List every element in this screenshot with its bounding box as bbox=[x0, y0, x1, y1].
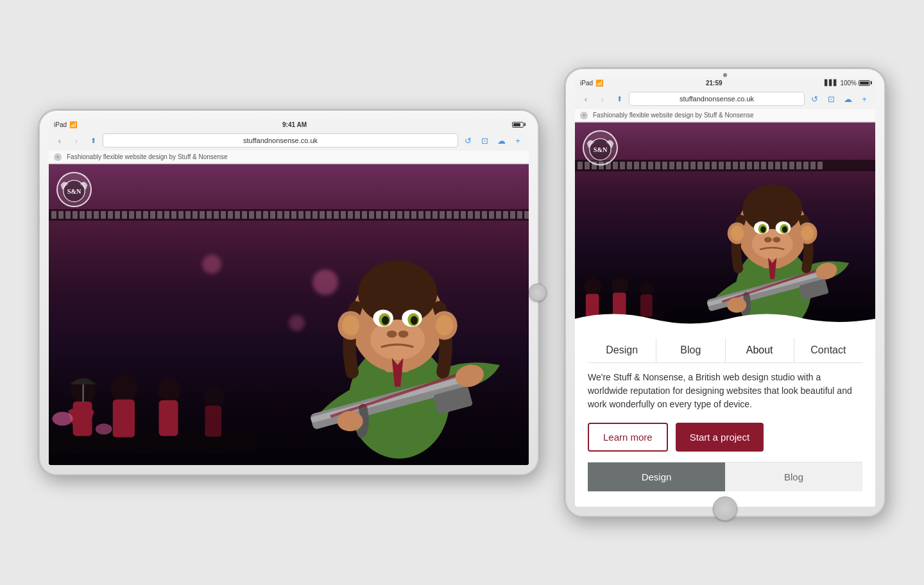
portrait-site-content: S&N bbox=[575, 123, 875, 507]
home-button-portrait[interactable] bbox=[713, 496, 737, 521]
url-bar-portrait[interactable]: stuffandnonsense.co.uk bbox=[629, 92, 805, 106]
tabs-icon: ⊡ bbox=[481, 136, 488, 146]
monkey-illustration-portrait bbox=[650, 123, 875, 328]
home-button[interactable] bbox=[529, 284, 547, 301]
tab-design[interactable]: Design bbox=[588, 462, 725, 491]
banner-bar-portrait: × Fashionably flexible website design by… bbox=[575, 109, 875, 122]
add-icon: + bbox=[515, 136, 520, 146]
svg-point-16 bbox=[411, 316, 418, 325]
svg-point-56 bbox=[773, 237, 781, 242]
svg-point-35 bbox=[52, 412, 73, 425]
svg-point-67 bbox=[640, 282, 654, 296]
svg-point-15 bbox=[382, 316, 389, 325]
reload-icon-portrait: ↺ bbox=[811, 94, 818, 104]
portrait-nav-label-contact: Contact bbox=[810, 344, 846, 355]
portrait-nav: Design Blog About Contact bbox=[588, 338, 862, 363]
device-label: iPad bbox=[54, 121, 67, 128]
url-text-portrait: stuffandnonsense.co.uk bbox=[680, 95, 754, 103]
share-button-portrait[interactable]: ⬆ bbox=[612, 92, 626, 106]
tabs-icon-portrait: ⊡ bbox=[828, 94, 835, 104]
hero-wave bbox=[575, 309, 875, 328]
svg-point-7 bbox=[342, 316, 359, 335]
crowd-illustration bbox=[49, 269, 255, 465]
svg-point-63 bbox=[585, 278, 601, 295]
reload-button[interactable]: ↺ bbox=[461, 133, 475, 148]
site-logo-portrait: S&N bbox=[583, 130, 618, 165]
banner-close-button[interactable]: × bbox=[54, 153, 62, 161]
battery-indicator bbox=[512, 122, 524, 128]
site-content: S&N bbox=[49, 164, 529, 465]
portrait-hero: S&N bbox=[575, 123, 875, 328]
tabs-button-portrait[interactable]: ⊡ bbox=[824, 92, 838, 106]
new-tab-button-portrait[interactable]: + bbox=[857, 92, 871, 106]
hero-area: S&N bbox=[49, 164, 529, 465]
forward-icon-portrait: › bbox=[601, 94, 604, 104]
section-tabs: Design Blog bbox=[588, 462, 862, 491]
start-project-button[interactable]: Start a project bbox=[676, 423, 764, 452]
status-bar-portrait: iPad 📶 21:59 ▋▋▋ 100% bbox=[575, 77, 875, 89]
tab-design-label: Design bbox=[642, 471, 672, 482]
svg-point-22 bbox=[338, 411, 363, 431]
svg-rect-30 bbox=[113, 400, 135, 437]
browser-chrome: iPad 📶 9:41 AM ‹ › ⬆ st bbox=[49, 119, 529, 164]
tab-blog-label: Blog bbox=[784, 471, 803, 482]
time-display-portrait: 21:59 bbox=[706, 80, 723, 87]
portrait-nav-label-blog: Blog bbox=[680, 344, 701, 355]
portrait-nav-label-design: Design bbox=[606, 344, 638, 355]
tab-blog[interactable]: Blog bbox=[725, 462, 862, 491]
cloud-icon: ☁ bbox=[497, 136, 506, 146]
portrait-nav-blog[interactable]: Blog bbox=[656, 338, 725, 362]
svg-rect-34 bbox=[205, 406, 221, 437]
svg-point-47 bbox=[801, 226, 814, 241]
wifi-icon: 📶 bbox=[69, 121, 77, 128]
volume-down-button[interactable] bbox=[37, 210, 40, 230]
cta-buttons: Learn more Start a project bbox=[588, 423, 862, 452]
svg-text:S&N: S&N bbox=[67, 188, 81, 195]
wifi-icon-portrait: 📶 bbox=[595, 80, 603, 87]
cloud-button-portrait[interactable]: ☁ bbox=[841, 92, 855, 106]
url-text: stuffandnonsense.co.uk bbox=[243, 137, 318, 144]
reload-button-portrait[interactable]: ↺ bbox=[807, 92, 821, 106]
banner-text: Fashionably flexible website design by S… bbox=[67, 153, 228, 160]
banner-bar: × Fashionably flexible website design by… bbox=[49, 151, 529, 164]
banner-close-button-portrait[interactable]: × bbox=[580, 112, 588, 119]
signal-strength: ▋▋▋ bbox=[825, 80, 838, 86]
portrait-nav-label-about: About bbox=[746, 344, 773, 355]
back-button[interactable]: ‹ bbox=[53, 133, 67, 148]
cloud-button[interactable]: ☁ bbox=[494, 133, 508, 148]
battery-indicator-portrait bbox=[859, 80, 870, 86]
forward-button-portrait[interactable]: › bbox=[595, 92, 610, 106]
svg-point-65 bbox=[612, 277, 628, 294]
browser-toolbar: ‹ › ⬆ stuffandnonsense.co.uk ↺ ⊡ ☁ + bbox=[49, 130, 529, 151]
portrait-nav-design[interactable]: Design bbox=[588, 338, 656, 362]
svg-text:S&N: S&N bbox=[594, 146, 608, 153]
back-button-portrait[interactable]: ‹ bbox=[579, 92, 593, 106]
site-logo: S&N bbox=[56, 172, 92, 207]
portrait-nav-contact[interactable]: Contact bbox=[794, 338, 862, 362]
add-icon-portrait: + bbox=[862, 94, 867, 104]
new-tab-button[interactable]: + bbox=[511, 133, 525, 148]
svg-point-33 bbox=[203, 387, 224, 407]
svg-point-54 bbox=[782, 226, 787, 233]
svg-point-55 bbox=[764, 237, 772, 242]
close-icon: × bbox=[56, 155, 59, 159]
volume-up-button[interactable] bbox=[37, 182, 40, 201]
learn-more-button[interactable]: Learn more bbox=[588, 423, 668, 452]
svg-point-18 bbox=[398, 330, 409, 337]
url-bar[interactable]: stuffandnonsense.co.uk bbox=[103, 133, 458, 148]
ipad-portrait: iPad 📶 21:59 ▋▋▋ 100% ‹ › ⬆ bbox=[565, 68, 886, 517]
monkey-illustration bbox=[241, 164, 529, 465]
tabs-button[interactable]: ⊡ bbox=[477, 133, 492, 148]
svg-point-17 bbox=[387, 330, 397, 337]
portrait-nav-about[interactable]: About bbox=[726, 338, 794, 362]
front-camera bbox=[723, 73, 727, 77]
battery-percentage: 100% bbox=[840, 80, 857, 87]
forward-button[interactable]: › bbox=[69, 133, 83, 148]
time-display: 9:41 AM bbox=[282, 121, 307, 128]
portrait-content: Design Blog About Contact We're Stuff & … bbox=[575, 328, 875, 502]
share-button[interactable]: ⬆ bbox=[86, 133, 100, 148]
svg-point-31 bbox=[157, 378, 180, 402]
about-description: We're Stuff & Nonsense, a British web de… bbox=[588, 371, 862, 411]
share-icon: ⬆ bbox=[90, 137, 96, 145]
ipad-landscape: iPad 📶 9:41 AM ‹ › ⬆ st bbox=[38, 110, 539, 475]
